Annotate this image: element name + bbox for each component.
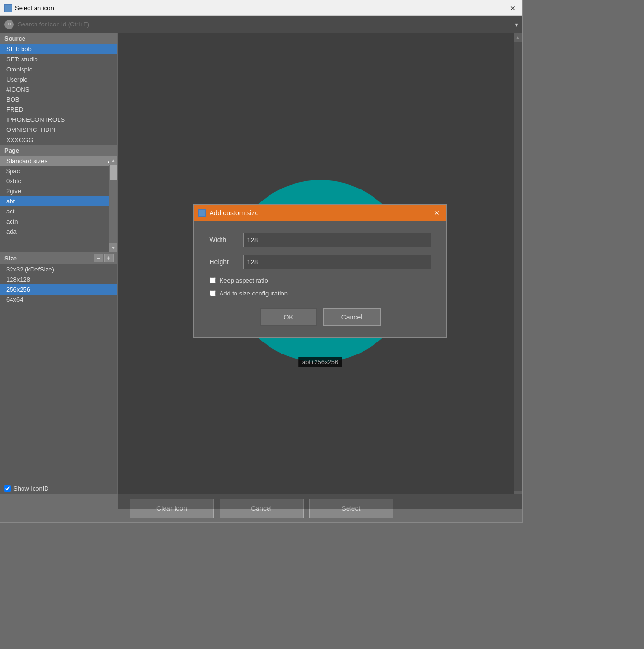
page-scrollbar: ▲ ▼ bbox=[109, 156, 117, 252]
title-bar: Select an icon ✕ bbox=[0, 0, 522, 16]
source-item-userpic[interactable]: Userpic bbox=[0, 74, 117, 84]
page-item-ada[interactable]: ada bbox=[0, 226, 117, 236]
window-title: Select an icon bbox=[15, 4, 507, 12]
page-item-standard-sizes[interactable]: Standard sizes ▲ bbox=[0, 156, 117, 166]
size-section: Size − + 32x32 (kDefSize) 128x128 256x25… bbox=[0, 252, 117, 305]
keep-aspect-checkbox[interactable] bbox=[210, 277, 216, 283]
size-item-128[interactable]: 128x128 bbox=[0, 274, 117, 284]
close-button[interactable]: ✕ bbox=[507, 2, 518, 14]
source-item-omnispic[interactable]: Omnispic bbox=[0, 64, 117, 74]
main-window: Select an icon ✕ ✕ ▾ Source SET: bob SET… bbox=[0, 0, 523, 523]
size-item-256[interactable]: 256x256 bbox=[0, 284, 117, 295]
dialog-close-button[interactable]: ✕ bbox=[431, 207, 443, 219]
add-custom-size-dialog: Add custom size ✕ Width Height bbox=[193, 204, 447, 338]
keep-aspect-label: Keep aspect ratio bbox=[220, 277, 268, 284]
size-list: 32x32 (kDefSize) 128x128 256x256 64x64 bbox=[0, 264, 117, 305]
keep-aspect-row: Keep aspect ratio bbox=[210, 277, 431, 284]
search-input[interactable] bbox=[18, 21, 515, 28]
add-to-size-checkbox[interactable] bbox=[210, 290, 216, 296]
size-item-32[interactable]: 32x32 (kDefSize) bbox=[0, 264, 117, 274]
dialog-cancel-button[interactable]: Cancel bbox=[323, 308, 381, 326]
search-bar: ✕ ▾ bbox=[0, 16, 522, 33]
size-item-64[interactable]: 64x64 bbox=[0, 295, 117, 305]
scroll-thumb[interactable] bbox=[110, 165, 117, 180]
page-item-actn[interactable]: actn bbox=[0, 216, 117, 226]
page-item-pac[interactable]: $pac bbox=[0, 166, 117, 176]
page-item-abt[interactable]: abt bbox=[0, 196, 117, 206]
source-item-omnispic-hdpi[interactable]: OMNISPIC_HDPI bbox=[0, 125, 117, 135]
source-item-bob[interactable]: SET: bob bbox=[0, 44, 117, 54]
page-list: Standard sizes ▲ $pac 0xbtc 2give abt ac… bbox=[0, 156, 117, 252]
window-icon bbox=[4, 4, 12, 12]
size-header: Size − + bbox=[0, 252, 117, 264]
content-area: Source SET: bob SET: studio Omnispic Use… bbox=[0, 33, 522, 509]
dialog-title: Add custom size bbox=[210, 209, 431, 217]
size-plus-button[interactable]: + bbox=[104, 254, 114, 262]
source-item-bob2[interactable]: BOB bbox=[0, 94, 117, 105]
show-icon-id-row: Show IconID bbox=[4, 485, 114, 492]
dialog-overlay: Add custom size ✕ Width Height bbox=[118, 33, 522, 509]
width-label: Width bbox=[210, 236, 243, 244]
source-item-studio[interactable]: SET: studio bbox=[0, 54, 117, 64]
add-to-size-row: Add to size configuration bbox=[210, 290, 431, 297]
dialog-title-bar: Add custom size ✕ bbox=[194, 205, 446, 221]
height-input[interactable] bbox=[243, 255, 431, 269]
width-input[interactable] bbox=[243, 233, 431, 247]
source-header: Source bbox=[0, 33, 117, 44]
source-item-icons[interactable]: #ICONS bbox=[0, 84, 117, 94]
show-icon-id-checkbox[interactable] bbox=[4, 485, 11, 492]
page-item-act[interactable]: act bbox=[0, 206, 117, 216]
page-header: Page bbox=[0, 145, 117, 156]
size-minus-button[interactable]: − bbox=[94, 254, 103, 262]
dialog-actions: OK Cancel bbox=[210, 308, 431, 326]
height-row: Height bbox=[210, 255, 431, 269]
page-item-2give[interactable]: 2give bbox=[0, 186, 117, 196]
search-dropdown-button[interactable]: ▾ bbox=[515, 21, 518, 28]
dialog-ok-button[interactable]: OK bbox=[260, 308, 317, 326]
left-panel: Source SET: bob SET: studio Omnispic Use… bbox=[0, 33, 118, 509]
source-item-xxxggg[interactable]: XXXGGG bbox=[0, 135, 117, 145]
dialog-body: Width Height Keep aspect ratio bbox=[194, 221, 446, 337]
scroll-up-arrow[interactable]: ▲ bbox=[109, 156, 117, 165]
page-list-container: Standard sizes ▲ $pac 0xbtc 2give abt ac… bbox=[0, 156, 117, 252]
add-to-size-label: Add to size configuration bbox=[220, 290, 288, 297]
source-item-iphonecontrols[interactable]: IPHONECONTROLS bbox=[0, 115, 117, 125]
scroll-down-arrow[interactable]: ▼ bbox=[109, 243, 117, 252]
page-item-0xbtc[interactable]: 0xbtc bbox=[0, 176, 117, 186]
preview-area: abt+256x256 ▲ ▼ ◀ ▶ Add cust bbox=[118, 33, 522, 509]
source-item-fred[interactable]: FRED bbox=[0, 105, 117, 115]
size-header-text: Size bbox=[4, 255, 93, 262]
height-label: Height bbox=[210, 258, 243, 266]
show-icon-id-label: Show IconID bbox=[13, 485, 49, 492]
dialog-icon bbox=[198, 209, 206, 217]
source-list: SET: bob SET: studio Omnispic Userpic #I… bbox=[0, 44, 117, 145]
search-clear-button[interactable]: ✕ bbox=[4, 20, 14, 29]
width-row: Width bbox=[210, 233, 431, 247]
